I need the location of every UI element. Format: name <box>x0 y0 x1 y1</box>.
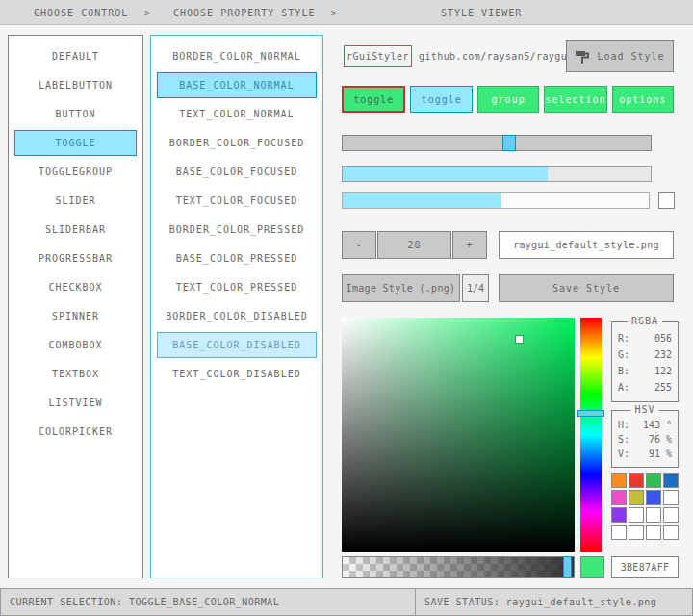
hex-color-textbox[interactable]: 3BE87AFF <box>611 556 679 578</box>
spinner-value[interactable]: 28 <box>377 231 451 259</box>
repo-link[interactable]: github.com/raysan5/raygui <box>419 51 574 62</box>
color-swatch[interactable] <box>646 525 661 540</box>
hsv-v-value: 91 % <box>649 447 672 461</box>
control-list-item[interactable]: SLIDER <box>14 188 137 214</box>
load-style-label: Load Style <box>597 51 664 62</box>
color-swatch[interactable] <box>663 525 679 540</box>
app-name-text: rGuiStyler <box>346 51 409 62</box>
filename-textbox[interactable]: raygui_default_style.png <box>499 231 674 259</box>
toggle-group-button[interactable]: group <box>477 86 539 113</box>
color-swatch[interactable] <box>663 507 679 523</box>
slider-handle[interactable] <box>502 135 516 151</box>
color-swatch[interactable] <box>646 473 661 488</box>
color-picker-cursor[interactable] <box>516 336 523 343</box>
rgba-r-label: R: <box>618 330 629 346</box>
save-status: SAVE STATUS: raygui_default_style.png <box>416 588 693 616</box>
slider-bar-fill <box>343 167 548 181</box>
checkbox[interactable] <box>658 192 675 209</box>
slider-bar[interactable] <box>342 166 652 182</box>
color-swatch[interactable] <box>629 507 644 523</box>
rgba-g-label: G: <box>618 346 629 363</box>
spinner-plus-button[interactable]: + <box>452 231 487 259</box>
color-swatch[interactable] <box>611 473 627 488</box>
hsv-v-label: V: <box>618 447 629 461</box>
breadcrumb-choose-control: CHOOSE CONTROL <box>34 8 128 18</box>
property-list-item[interactable]: BORDER_COLOR_DISABLED <box>157 303 317 329</box>
property-list-item[interactable]: TEXT_COLOR_PRESSED <box>157 274 317 300</box>
property-list-item[interactable]: BORDER_COLOR_FOCUSED <box>157 130 317 156</box>
breadcrumb-style-viewer: STYLE VIEWER <box>441 8 522 18</box>
control-list-item[interactable]: LISTVIEW <box>14 390 137 416</box>
hue-slider[interactable] <box>580 318 602 552</box>
rgba-g-value: 232 <box>654 346 672 363</box>
control-list-item[interactable]: PROGRESSBAR <box>14 245 137 271</box>
property-list-item[interactable]: TEXT_COLOR_FOCUSED <box>157 188 317 214</box>
toggle-selection-button[interactable]: selection <box>544 86 606 113</box>
save-status-text: SAVE STATUS: raygui_default_style.png <box>424 597 656 607</box>
control-list-item[interactable]: CHECKBOX <box>14 274 137 300</box>
control-list-item[interactable]: SPINNER <box>14 303 137 329</box>
color-swatch[interactable] <box>646 490 661 505</box>
control-list-item-selected[interactable]: TOGGLE <box>14 130 137 156</box>
breadcrumb-separator-icon: > <box>144 8 151 18</box>
load-style-button[interactable]: Load Style <box>566 40 674 72</box>
progress-bar <box>342 192 650 209</box>
spinner-minus-button[interactable]: - <box>342 231 376 259</box>
toggle-options-button[interactable]: options <box>612 86 674 113</box>
current-selection-status: CURRENT SELECTION: TOGGLE_BASE_COLOR_NOR… <box>0 588 416 616</box>
toggle-active-button[interactable]: toggle <box>410 86 472 113</box>
hsv-groupbox: HSV H: 143 ° S: 76 % V: 91 % <box>611 410 679 468</box>
color-swatch[interactable] <box>629 490 644 505</box>
progress-bar-fill <box>343 193 501 208</box>
ratio-value[interactable]: 1/4 <box>462 274 489 302</box>
control-list-item[interactable]: TOGGLEGROUP <box>14 159 137 185</box>
rgba-title: RGBA <box>628 316 662 326</box>
toggle-group: toggle toggle group selection options <box>342 86 674 113</box>
rgba-groupbox: RGBA R: 056 G: 232 B: 122 A: 255 <box>611 321 679 402</box>
color-saturation-value-picker[interactable] <box>342 318 575 552</box>
color-swatch[interactable] <box>611 525 627 540</box>
color-swatch[interactable] <box>611 507 627 523</box>
image-style-button[interactable]: Image Style (.png) <box>342 274 460 302</box>
color-swatch[interactable] <box>663 473 679 488</box>
toggle-preview-button[interactable]: toggle <box>342 86 405 113</box>
rgba-b-row: B: 122 <box>612 363 678 379</box>
slider[interactable] <box>342 135 652 151</box>
alpha-slider-handle[interactable] <box>563 556 572 578</box>
breadcrumb-separator-icon: > <box>331 8 338 18</box>
alpha-slider[interactable] <box>342 556 575 578</box>
property-list-item[interactable]: TEXT_COLOR_NORMAL <box>157 101 317 127</box>
rgba-b-label: B: <box>618 363 629 379</box>
save-style-button[interactable]: Save Style <box>499 274 674 302</box>
property-list-item[interactable]: BORDER_COLOR_PRESSED <box>157 217 317 243</box>
rgba-r-row: R: 056 <box>612 330 678 346</box>
property-list-item[interactable]: BASE_COLOR_FOCUSED <box>157 159 317 185</box>
app-name-label: rGuiStyler <box>344 45 412 67</box>
current-color-preview <box>580 556 604 578</box>
control-list-item[interactable]: COLORPICKER <box>14 419 137 445</box>
property-list-item[interactable]: TEXT_COLOR_DISABLED <box>157 361 317 387</box>
control-list-item[interactable]: SLIDERBAR <box>14 217 137 243</box>
control-list-item[interactable]: COMBOBOX <box>14 332 137 358</box>
hsv-h-label: H: <box>618 418 629 432</box>
property-list-item[interactable]: BORDER_COLOR_NORMAL <box>157 43 317 69</box>
hsv-h-value: 143 ° <box>643 418 672 432</box>
style-viewer-panel: rGuiStyler github.com/raysan5/raygui Loa… <box>342 35 680 579</box>
hsv-s-label: S: <box>618 432 629 447</box>
control-list-item[interactable]: DEFAULT <box>14 43 137 69</box>
color-swatch[interactable] <box>629 473 644 488</box>
hue-slider-handle[interactable] <box>578 410 604 417</box>
property-list-item-focused[interactable]: BASE_COLOR_DISABLED <box>157 332 317 358</box>
hsv-v-row: V: 91 % <box>612 447 678 461</box>
color-swatch[interactable] <box>646 507 661 523</box>
property-list-item-selected[interactable]: BASE_COLOR_NORMAL <box>157 72 317 98</box>
control-list-item[interactable]: TEXTBOX <box>14 361 137 387</box>
rgba-a-row: A: 255 <box>612 379 678 396</box>
color-swatch[interactable] <box>629 525 644 540</box>
color-swatch[interactable] <box>663 490 679 505</box>
color-swatch[interactable] <box>611 490 627 505</box>
control-list-item[interactable]: BUTTON <box>14 101 137 127</box>
property-list-item[interactable]: BASE_COLOR_PRESSED <box>157 245 317 271</box>
control-list-item[interactable]: LABELBUTTON <box>14 72 137 98</box>
current-selection-text: CURRENT SELECTION: TOGGLE_BASE_COLOR_NOR… <box>10 597 279 607</box>
